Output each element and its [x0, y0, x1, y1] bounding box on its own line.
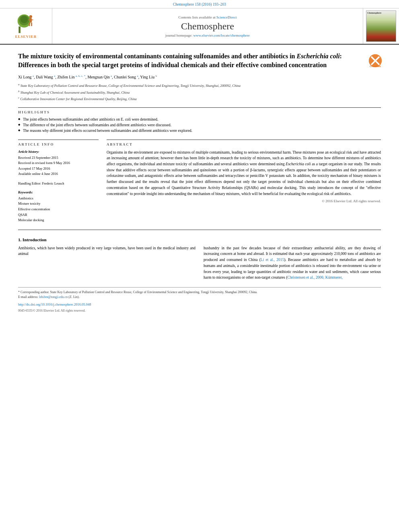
highlight-item: The reasons why different joint effects …: [18, 128, 381, 134]
corresponding-email: lzhifen@tongji.edu.cn: [39, 295, 68, 299]
svg-text:CrossMark: CrossMark: [370, 65, 381, 68]
elsevier-logo: ELSEVIER: [15, 14, 37, 39]
copyright-line: 0045-6535/© 2016 Elsevier Ltd. All right…: [18, 308, 381, 313]
received-date: Received 23 September 2015: [18, 155, 99, 161]
introduction-section: 1. Introduction Antibiotics, which have …: [18, 237, 381, 281]
abstract-text: Organisms in the environment are exposed…: [107, 150, 381, 197]
journal-title: Chemosphere: [181, 21, 234, 32]
article-title-text: The mixture toxicity of environmental co…: [18, 52, 368, 70]
keywords-label: Keywords:: [18, 190, 99, 194]
page: Chemosphere 158 (2016) 193–203: [0, 0, 399, 532]
affiliation-b: b Shanghai Key Lab of Chemical Assessmen…: [18, 89, 381, 95]
introduction-heading: 1. Introduction: [18, 237, 381, 242]
introduction-col-left: Antibiotics, which have been widely prod…: [18, 245, 195, 281]
affiliations-block: a State Key Laboratory of Pollution Cont…: [18, 82, 381, 102]
elsevier-label: ELSEVIER: [15, 35, 37, 39]
svg-point-4: [29, 15, 32, 18]
highlights-section-label: HIGHLIGHTS: [18, 107, 381, 114]
introduction-columns: Antibiotics, which have been widely prod…: [18, 245, 381, 281]
article-info-abstract: ARTICLE INFO Article history: Received 2…: [18, 140, 381, 223]
abstract-copyright: © 2016 Elsevier Ltd. All rights reserved…: [107, 199, 381, 203]
science-direct-text: Contents lists available at ScienceDirec…: [179, 15, 237, 19]
article-info-label: ARTICLE INFO: [18, 140, 99, 146]
science-direct-link[interactable]: ScienceDirect: [216, 15, 237, 19]
svg-point-3: [21, 16, 28, 23]
journal-reference: Chemosphere 158 (2016) 193–203: [173, 2, 226, 6]
intro-left-text: Antibiotics, which have been widely prod…: [18, 245, 195, 257]
doi-line: http://dx.doi.org/10.1016/j.chemosphere.…: [18, 302, 381, 307]
introduction-col-right: husbandry in the past few decades becaus…: [204, 245, 381, 281]
highlight-item: The joint effects between sulfonamides a…: [18, 117, 381, 122]
journal-thumb-title: Chemosphere: [367, 12, 381, 14]
crossmark-badge: CrossMark: [368, 53, 381, 66]
abstract-column: ABSTRACT Organisms in the environment ar…: [107, 140, 381, 223]
highlight-item: The difference of the joint effects betw…: [18, 122, 381, 128]
journal-thumbnail: Chemosphere: [366, 10, 396, 42]
svg-rect-5: [30, 18, 32, 23]
affiliation-c: c Collaborative Innovation Center for Re…: [18, 96, 381, 102]
keywords-list: Antibiotics Mixture toxicity Effective c…: [18, 196, 99, 223]
svg-rect-0: [19, 27, 21, 33]
authors-line: Xi Long a, Dali Wang a, Zhifen Lin a, b,…: [18, 74, 381, 80]
article-title-block: The mixture toxicity of environmental co…: [18, 52, 381, 70]
article-history-dates: Received 23 September 2015 Received in r…: [18, 155, 99, 177]
keyword-mixture-toxicity: Mixture toxicity: [18, 201, 99, 207]
svg-rect-6: [29, 23, 30, 26]
keyword-antibiotics: Antibiotics: [18, 196, 99, 201]
keyword-qsar: QSAR: [18, 212, 99, 218]
affiliation-a: a State Key Laboratory of Pollution Cont…: [18, 82, 381, 88]
journal-thumbnail-box: Chemosphere: [363, 8, 399, 44]
journal-homepage-link[interactable]: www.elsevier.com/locate/chemosphere: [193, 33, 250, 37]
highlights-list: The joint effects between sulfonamides a…: [18, 117, 381, 134]
elsevier-tree-icon: [15, 14, 37, 34]
article-info-column: ARTICLE INFO Article history: Received 2…: [18, 140, 99, 223]
journal-header: ELSEVIER Contents lists available at Sci…: [0, 8, 399, 45]
footnotes-block: * Corresponding author. State Key Labora…: [18, 287, 381, 313]
journal-reference-bar: Chemosphere 158 (2016) 193–203: [0, 0, 399, 8]
handling-editor-name: Frederic Leusch: [42, 181, 64, 185]
keyword-effective-concentration: Effective concentration: [18, 207, 99, 212]
svg-rect-8: [28, 20, 30, 21]
article-history-label: Article history:: [18, 150, 99, 154]
elsevier-logo-box: ELSEVIER: [0, 8, 52, 44]
section-divider: [18, 230, 381, 230]
received-revised-date: Received in revised form 9 May 2016: [18, 160, 99, 166]
corresponding-author-note: * Corresponding author. State Key Labora…: [18, 290, 381, 295]
intro-right-text: husbandry in the past few decades becaus…: [204, 245, 381, 281]
journal-center: Contents lists available at ScienceDirec…: [52, 8, 363, 44]
journal-homepage: journal homepage: www.elsevier.com/locat…: [165, 33, 250, 37]
handling-editor-block: Handling Editor: Frederic Leusch: [18, 181, 99, 186]
svg-rect-9: [32, 20, 33, 21]
svg-rect-7: [31, 23, 32, 26]
abstract-section-label: ABSTRACT: [107, 140, 381, 146]
main-content: The mixture toxicity of environmental co…: [0, 45, 399, 321]
accepted-date: Accepted 17 May 2016: [18, 166, 99, 172]
email-line: E-mail address: lzhifen@tongji.edu.cn (Z…: [18, 295, 381, 300]
available-online-date: Available online 4 June 2016: [18, 171, 99, 177]
keyword-molecular-docking: Molecular docking: [18, 218, 99, 223]
